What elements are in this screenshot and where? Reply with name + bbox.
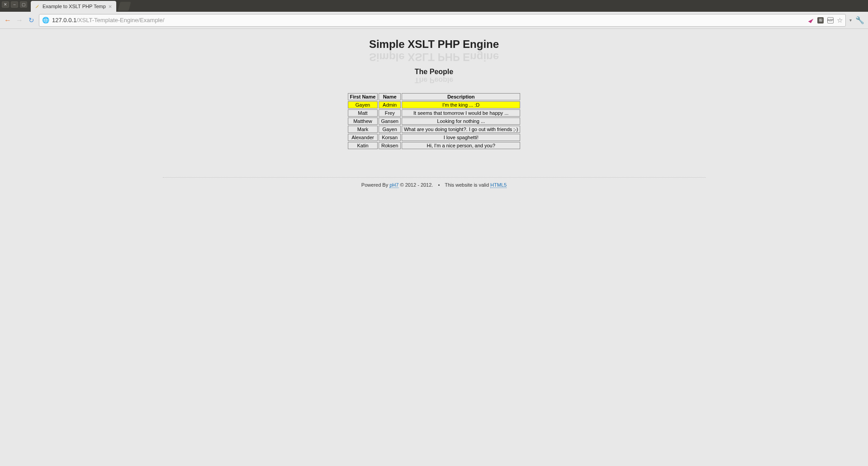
table-cell: Katin bbox=[348, 142, 378, 149]
table-cell: It seems that tomorrow I would be happy … bbox=[402, 109, 521, 117]
table-row: MattFreyIt seems that tomorrow I would b… bbox=[348, 109, 521, 117]
url-text: 127.0.0.1/XSLT-Template-Engine/Example/ bbox=[52, 17, 164, 24]
url-path: /XSLT-Template-Engine/Example/ bbox=[76, 17, 164, 24]
footer-powered-link[interactable]: pH7 bbox=[389, 182, 398, 188]
footer-copyright: © 2012 - 2012. bbox=[398, 182, 433, 188]
table-header-row: First Name Name Description bbox=[348, 93, 521, 100]
new-tab-button[interactable] bbox=[118, 2, 131, 11]
table-row: AlexanderKorsanI love spaghetti! bbox=[348, 134, 521, 141]
back-button[interactable]: ← bbox=[4, 16, 12, 24]
browser-tab[interactable]: Example to XSLT PHP Temp × bbox=[31, 1, 116, 12]
table-cell: Admin bbox=[379, 101, 401, 108]
tab-title: Example to XSLT PHP Temp bbox=[43, 4, 106, 9]
window-maximize-button[interactable]: ▢ bbox=[20, 1, 27, 8]
arrow-right-icon: → bbox=[16, 16, 23, 24]
table-cell: I love spaghetti! bbox=[402, 134, 521, 141]
page-favicon-icon bbox=[34, 4, 40, 9]
address-bar[interactable]: 🌐 127.0.0.1/XSLT-Template-Engine/Example… bbox=[39, 14, 846, 27]
settings-wrench-icon[interactable]: 🔧 bbox=[855, 16, 864, 24]
table-body: GayenAdminI'm the king ... :DMattFreyIt … bbox=[348, 101, 521, 149]
globe-icon: 🌐 bbox=[42, 17, 49, 24]
address-dropdown-icon[interactable]: ▾ bbox=[849, 18, 852, 23]
table-cell: What are you doing tonight?. I go out wi… bbox=[402, 126, 521, 133]
table-row: GayenAdminI'm the king ... :D bbox=[348, 101, 521, 108]
extension-key-icon[interactable]: ⚿ bbox=[817, 17, 824, 24]
browser-tab-bar: ✕ – ▢ Example to XSLT PHP Temp × bbox=[0, 0, 868, 12]
page-subtitle: The People bbox=[415, 68, 453, 76]
extension-blocker-icon[interactable]: ABP bbox=[827, 17, 834, 24]
url-host: 127.0.0.1 bbox=[52, 17, 76, 24]
reload-icon: ↻ bbox=[28, 16, 34, 24]
col-description: Description bbox=[402, 93, 521, 100]
page-footer: Powered By pH7 © 2012 - 2012. • This web… bbox=[0, 182, 868, 188]
table-cell: Korsan bbox=[379, 134, 401, 141]
table-cell: Gayen bbox=[379, 126, 401, 133]
table-cell: I'm the king ... :D bbox=[402, 101, 521, 108]
footer-bullet: • bbox=[438, 182, 440, 188]
col-first-name: First Name bbox=[348, 93, 378, 100]
table-row: MarkGayenWhat are you doing tonight?. I … bbox=[348, 126, 521, 133]
arrow-left-icon: ← bbox=[4, 16, 11, 24]
browser-nav-toolbar: ← → ↻ 🌐 127.0.0.1/XSLT-Template-Engine/E… bbox=[0, 12, 868, 29]
table-cell: Alexander bbox=[348, 134, 378, 141]
table-cell: Matthew bbox=[348, 118, 378, 125]
footer-separator bbox=[163, 177, 706, 178]
table-cell: Frey bbox=[379, 109, 401, 117]
table-cell: Looking for nothing ... bbox=[402, 118, 521, 125]
table-cell: Matt bbox=[348, 109, 378, 117]
page-content: Simple XSLT PHP Engine The People First … bbox=[0, 29, 868, 197]
table-cell: Mark bbox=[348, 126, 378, 133]
window-close-button[interactable]: ✕ bbox=[2, 1, 9, 8]
footer-valid-prefix: This website is valid bbox=[445, 182, 490, 188]
table-cell: Gayen bbox=[348, 101, 378, 108]
tab-close-icon[interactable]: × bbox=[109, 3, 112, 10]
table-cell: Hi, I'm a nice person, and you? bbox=[402, 142, 521, 149]
bookmark-star-icon[interactable]: ☆ bbox=[837, 16, 843, 24]
window-minimize-button[interactable]: – bbox=[11, 1, 18, 8]
col-name: Name bbox=[379, 93, 401, 100]
table-cell: Roksen bbox=[379, 142, 401, 149]
table-row: KatinRoksenHi, I'm a nice person, and yo… bbox=[348, 142, 521, 149]
footer-valid-link[interactable]: HTML5 bbox=[490, 182, 507, 188]
footer-powered-prefix: Powered By bbox=[361, 182, 389, 188]
reload-button[interactable]: ↻ bbox=[27, 16, 35, 24]
people-table: First Name Name Description GayenAdminI'… bbox=[347, 92, 522, 150]
table-cell: Gansen bbox=[379, 118, 401, 125]
forward-button[interactable]: → bbox=[15, 16, 24, 24]
page-title: Simple XSLT PHP Engine bbox=[369, 38, 499, 51]
table-row: MatthewGansenLooking for nothing ... bbox=[348, 118, 521, 125]
window-controls: ✕ – ▢ bbox=[0, 0, 29, 9]
extension-paint-icon[interactable] bbox=[807, 17, 814, 24]
